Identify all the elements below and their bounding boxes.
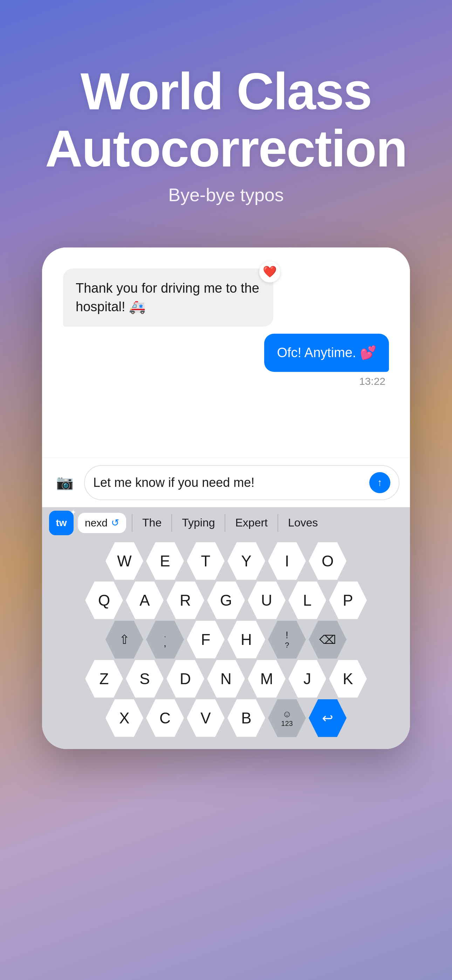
- hero-title: World Class Autocorrection: [45, 63, 407, 177]
- pred-word-3[interactable]: Expert: [228, 513, 274, 533]
- key-l[interactable]: L: [288, 581, 326, 619]
- key-n[interactable]: N: [207, 660, 245, 698]
- hero-title-line2: Autocorrection: [45, 119, 407, 177]
- camera-button[interactable]: 📷: [53, 470, 77, 495]
- key-r[interactable]: R: [166, 581, 204, 619]
- phone-mockup: Thank you for driving me to the hospital…: [42, 247, 410, 749]
- key-v[interactable]: V: [187, 699, 224, 737]
- pred-word-1[interactable]: The: [135, 513, 169, 533]
- key-p[interactable]: P: [329, 581, 367, 619]
- key-z[interactable]: Z: [85, 660, 123, 698]
- key-return[interactable]: ↩: [309, 699, 347, 737]
- camera-icon: 📷: [56, 474, 73, 491]
- key-c[interactable]: C: [146, 699, 184, 737]
- key-g[interactable]: G: [207, 581, 245, 619]
- text-input-container[interactable]: Let me know if you need me! ↑: [84, 465, 399, 500]
- key-shift[interactable]: ⇧: [105, 621, 143, 659]
- undo-icon: ↺: [111, 517, 119, 528]
- text-input-value: Let me know if you need me!: [93, 475, 364, 490]
- nexd-badge[interactable]: nexd ↺: [78, 513, 126, 533]
- tw-star-icon: ✦: [70, 509, 76, 516]
- key-a[interactable]: A: [126, 581, 164, 619]
- keyboard-row-5: X C V B ☺ 123 ↩: [42, 699, 410, 737]
- key-i[interactable]: I: [268, 542, 306, 580]
- key-x[interactable]: X: [105, 699, 143, 737]
- key-comma-period[interactable]: . ,: [146, 621, 184, 659]
- key-exclaim-question[interactable]: ! ?: [268, 621, 306, 659]
- keyboard-area: W E T Y I O Q A R G U L P ⇧ . ,: [42, 539, 410, 749]
- received-message: Thank you for driving me to the hospital…: [76, 281, 259, 314]
- key-w[interactable]: W: [105, 542, 143, 580]
- nexd-label: nexd: [85, 517, 108, 529]
- chat-timestamp: 13:22: [63, 375, 385, 387]
- heart-icon: ❤️: [263, 264, 277, 280]
- keyboard-row-2: Q A R G U L P: [42, 581, 410, 619]
- divider-3: [224, 514, 225, 532]
- keyboard-row-3: ⇧ . , F H ! ? ⌫: [42, 621, 410, 659]
- hero-title-line1: World Class: [81, 62, 372, 120]
- prediction-bar: tw ✦ nexd ↺ The Typing Expert Loves: [42, 507, 410, 539]
- key-delete[interactable]: ⌫: [309, 621, 347, 659]
- keyboard-row-4: Z S D N M J K: [42, 660, 410, 698]
- key-h[interactable]: H: [228, 621, 265, 659]
- input-bar: 📷 Let me know if you need me! ↑: [42, 458, 410, 507]
- divider-4: [277, 514, 278, 532]
- divider-1: [132, 514, 132, 532]
- divider-2: [171, 514, 172, 532]
- key-m[interactable]: M: [248, 660, 286, 698]
- pred-word-2[interactable]: Typing: [175, 513, 222, 533]
- key-u[interactable]: U: [248, 581, 286, 619]
- sent-bubble-wrapper: Ofc! Anytime. 💕: [63, 334, 389, 372]
- tw-text: tw: [56, 517, 67, 528]
- key-b[interactable]: B: [228, 699, 265, 737]
- key-o[interactable]: O: [309, 542, 347, 580]
- key-t[interactable]: T: [187, 542, 224, 580]
- heart-reaction: ❤️: [259, 261, 280, 283]
- key-y[interactable]: Y: [228, 542, 265, 580]
- key-q[interactable]: Q: [85, 581, 123, 619]
- key-k[interactable]: K: [329, 660, 367, 698]
- send-icon: ↑: [377, 477, 382, 488]
- chat-area: Thank you for driving me to the hospital…: [42, 247, 410, 458]
- key-s[interactable]: S: [126, 660, 164, 698]
- sent-message: Ofc! Anytime. 💕: [277, 345, 376, 360]
- hero-section: World Class Autocorrection Bye-bye typos: [0, 0, 452, 226]
- key-f[interactable]: F: [187, 621, 224, 659]
- key-d[interactable]: D: [166, 660, 204, 698]
- key-j[interactable]: J: [288, 660, 326, 698]
- tw-logo: tw ✦: [49, 511, 73, 535]
- key-e[interactable]: E: [146, 542, 184, 580]
- send-button[interactable]: ↑: [369, 472, 390, 493]
- key-emoji-numbers[interactable]: ☺ 123: [268, 699, 306, 737]
- hero-subtitle: Bye-bye typos: [168, 185, 284, 205]
- received-bubble: Thank you for driving me to the hospital…: [63, 269, 273, 327]
- pred-word-4[interactable]: Loves: [281, 513, 325, 533]
- sent-bubble: Ofc! Anytime. 💕: [264, 334, 389, 372]
- keyboard-row-1: W E T Y I O: [42, 542, 410, 580]
